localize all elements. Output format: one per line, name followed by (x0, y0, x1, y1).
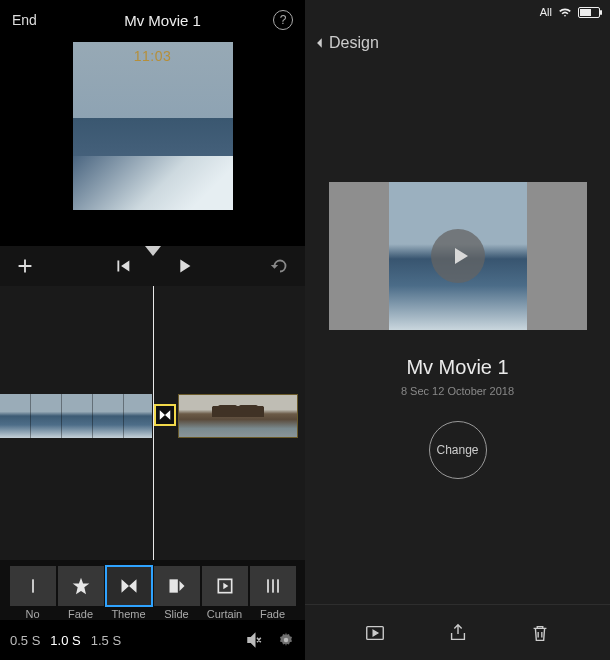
timeline[interactable] (0, 286, 305, 560)
playhead-marker-icon (145, 246, 161, 256)
settings-icon[interactable] (277, 631, 295, 649)
end-label: End (12, 12, 52, 28)
transition-marker[interactable] (152, 394, 178, 438)
back-button[interactable]: Design (305, 24, 610, 62)
play-project-button[interactable] (431, 229, 485, 283)
transition-fade2-button[interactable] (250, 566, 296, 606)
share-button[interactable] (445, 620, 471, 646)
timeline-clip[interactable] (0, 394, 152, 438)
transition-curtain-button[interactable] (202, 566, 248, 606)
prev-frame-button[interactable] (111, 255, 133, 277)
duration-option[interactable]: 0.5 S (10, 633, 40, 648)
playhead-line-icon (153, 286, 154, 560)
svg-rect-4 (272, 579, 274, 592)
change-button[interactable]: Change (429, 421, 487, 479)
svg-rect-1 (169, 579, 177, 592)
preview-area: End Mv Movie 1 ? 11:03 (0, 0, 305, 246)
project-panel: All Design Mv Movie 1 8 Sec 12 October 2… (305, 0, 610, 660)
duration-option[interactable]: 1.0 S (50, 633, 80, 648)
duration-row: 0.5 S 1.0 S 1.5 S (0, 620, 305, 660)
movie-title: Mv Movie 1 (406, 356, 508, 379)
svg-rect-3 (267, 579, 269, 592)
transition-slide-button[interactable] (154, 566, 200, 606)
play-icon (448, 244, 472, 268)
undo-button[interactable] (269, 255, 291, 277)
svg-rect-0 (32, 579, 34, 592)
carrier-label: All (540, 6, 552, 18)
timecode: 11:03 (134, 48, 172, 64)
add-media-button[interactable] (14, 255, 36, 277)
transition-none-button[interactable] (10, 566, 56, 606)
chevron-left-icon (313, 33, 327, 53)
play-footer-button[interactable] (362, 620, 388, 646)
transition-theme-button[interactable] (106, 566, 152, 606)
project-poster[interactable] (329, 182, 587, 330)
duration-options[interactable]: 0.5 S 1.0 S 1.5 S (10, 633, 121, 648)
transition-picker: No Fade Theme Slide Curtain Fade (0, 560, 305, 620)
video-preview[interactable]: 11:03 (73, 42, 233, 210)
duration-option[interactable]: 1.5 S (91, 633, 121, 648)
wifi-icon (558, 5, 572, 19)
transition-theme-icon[interactable] (154, 404, 176, 426)
delete-button[interactable] (527, 620, 553, 646)
battery-icon (578, 7, 600, 18)
project-title: Mv Movie 1 (52, 12, 273, 29)
transition-labels: No Fade Theme Slide Curtain Fade (4, 608, 301, 620)
status-bar: All (305, 0, 610, 24)
back-label: Design (329, 34, 379, 52)
help-button[interactable]: ? (273, 10, 293, 30)
timeline-clip[interactable] (178, 394, 298, 438)
svg-rect-5 (277, 579, 279, 592)
movie-meta: 8 Sec 12 October 2018 (401, 385, 514, 397)
editor-panel: End Mv Movie 1 ? 11:03 (0, 0, 305, 660)
project-footer (305, 604, 610, 660)
play-button[interactable] (173, 255, 195, 277)
transition-fade-button[interactable] (58, 566, 104, 606)
mute-icon[interactable] (245, 631, 263, 649)
